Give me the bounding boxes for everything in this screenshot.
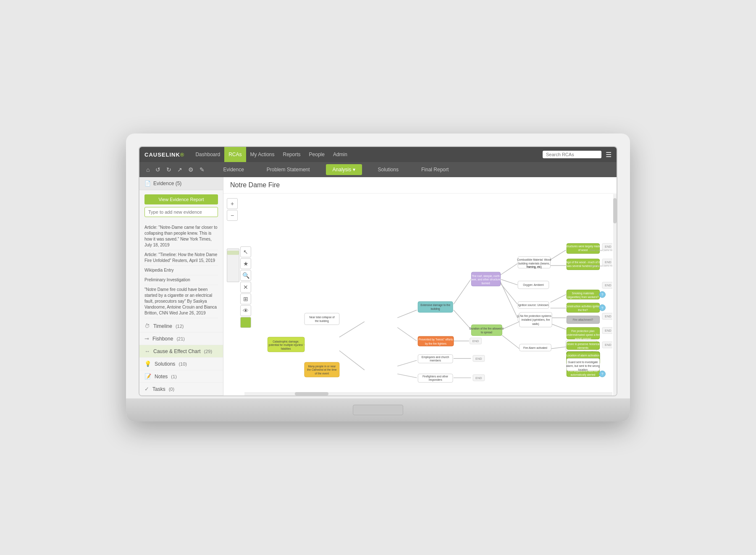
svg-line-2 (339, 351, 365, 370)
evidence-list: Article: "Notre-Dame came far closer to … (139, 221, 223, 320)
svg-line-14 (500, 281, 517, 318)
notes-icon: 📝 (144, 373, 151, 380)
svg-text:the building: the building (315, 319, 329, 323)
nav-my-actions[interactable]: My Actions (246, 147, 279, 162)
zoom-out-button[interactable]: − (227, 210, 238, 221)
zoom-in-button[interactable]: + (227, 198, 238, 209)
svg-text:members: members (430, 359, 441, 362)
settings-icon[interactable]: ⚙ (186, 166, 196, 173)
svg-text:of wood: of wood (578, 249, 588, 251)
svg-text:potential for multiple injurie: potential for multiple injuries/ (269, 343, 303, 347)
svg-text:Ignition source: Unknown: Ignition source: Unknown (518, 304, 549, 307)
svg-line-17 (550, 295, 566, 302)
scrollbar-bottom[interactable] (244, 392, 612, 395)
tab-final-report[interactable]: Final Report (415, 164, 455, 175)
svg-text:Desire to preserve historical: Desire to preserve historical (566, 343, 600, 346)
evidence-item[interactable]: Wikipedia Entry (144, 266, 218, 275)
tab-problem-statement[interactable]: Problem Statement (260, 164, 317, 175)
tab-evidence[interactable]: Evidence (216, 164, 250, 175)
svg-text:would spread: would spread (575, 337, 591, 340)
sidebar-label-timeline: Timeline (153, 323, 172, 329)
svg-text:Fire attachment?: Fire attachment? (573, 318, 593, 321)
svg-text:by the fire fighters: by the fire fighters (425, 342, 446, 346)
edit-icon[interactable]: ✎ (197, 166, 207, 173)
search-input[interactable] (543, 151, 601, 158)
search-area: ☰ (543, 151, 612, 159)
svg-text:alarm, but sent to the wrong: alarm, but sent to the wrong (566, 364, 600, 368)
sidebar-item-cause-effect[interactable]: ↔ Cause & Effect Chart (29) (139, 345, 223, 358)
evidence-item[interactable]: Article: "Notre-Dame came far closer to … (144, 223, 218, 250)
evidence-item[interactable]: Preliminary Investigation (144, 275, 218, 285)
svg-text:(cigarettes) from workers?: (cigarettes) from workers? (567, 296, 599, 299)
nav-reports[interactable]: Reports (279, 147, 305, 162)
svg-line-21 (550, 347, 566, 349)
undo-icon[interactable]: ↺ (153, 166, 163, 173)
svg-text:underestimated speed a fire: underestimated speed a fire (566, 333, 600, 337)
scrollbar-thumb[interactable] (613, 198, 617, 223)
tab-analysis[interactable]: Analysis ▾ (326, 164, 362, 175)
evidence-item[interactable]: "Notre Dame fire could have been started… (144, 285, 218, 318)
svg-text:building: building (430, 307, 440, 311)
svg-line-4 (397, 327, 417, 341)
svg-text:tower, and other structures: tower, and other structures (470, 278, 501, 281)
sidebar-item-timeline[interactable]: ⏱ Timeline (12) (139, 320, 223, 332)
nav-admin[interactable]: Admin (329, 147, 352, 162)
svg-text:No fire protection systems: No fire protection systems (520, 314, 551, 318)
tab-solutions[interactable]: Solutions (371, 164, 405, 175)
svg-text:Extensive damage to the: Extensive damage to the (420, 304, 450, 307)
solutions-icon: 💡 (144, 361, 151, 367)
diagram-canvas: Notre Dame Fire + − ↖ ★ 🔍 ✕ ⊞ 👁 (223, 177, 617, 395)
sidebar-label-notes: Notes (155, 374, 168, 380)
fishbone-badge: (21) (176, 336, 185, 341)
nav-people[interactable]: People (305, 147, 329, 162)
diagram-svg: Catastrophic damage; potential for multi… (244, 194, 612, 391)
evidence-item[interactable]: Article: "Timeline: How the Notre Dame F… (144, 250, 218, 266)
evidence-icon: 📄 (144, 181, 151, 186)
sub-navigation: ⌂ ↺ ↻ ↗ ⚙ ✎ Evidence Problem Statement A… (139, 162, 617, 177)
diagram-container: Catastrophic damage; potential for multi… (244, 194, 612, 391)
home-icon[interactable]: ⌂ (144, 166, 152, 173)
svg-text:installed (sprinklers, fire: installed (sprinklers, fire (522, 318, 550, 322)
hamburger-icon[interactable]: ☰ (606, 151, 612, 159)
fishbone-icon: ⊸ (144, 335, 149, 342)
node-near-total[interactable] (304, 313, 339, 325)
redo-icon[interactable]: ↻ (164, 166, 174, 173)
node-extensive-damage[interactable] (418, 301, 453, 312)
svg-text:Age of the wood - much of it: Age of the wood - much of it (566, 261, 600, 264)
solutions-badge: (10) (178, 361, 187, 367)
svg-text:location: location (578, 368, 588, 371)
svg-text:Many people in or near: Many people in or near (308, 365, 336, 368)
sidebar-label-solutions: Solutions (155, 361, 175, 367)
svg-text:fatalities: fatalities (281, 347, 291, 350)
add-evidence-input[interactable] (144, 207, 218, 217)
svg-text:automatically alerted: automatically alerted (570, 373, 595, 377)
svg-line-8 (502, 322, 519, 329)
svg-text:walls): walls) (532, 322, 539, 326)
svg-text:END: END (605, 343, 612, 347)
svg-line-10 (454, 279, 471, 304)
node-duration[interactable] (471, 325, 502, 336)
svg-text:Near total collapse of: Near total collapse of (309, 316, 335, 319)
svg-text:to spread: to spread (481, 331, 492, 334)
svg-text:END: END (605, 314, 612, 318)
cause-effect-badge: (29) (204, 349, 213, 354)
view-evidence-report-button[interactable]: View Evidence Report (144, 194, 218, 204)
svg-text:of the event: of the event (315, 372, 329, 375)
sidebar-item-tasks[interactable]: ✓ Tasks (0) (139, 383, 223, 395)
svg-text:?: ? (601, 293, 604, 297)
sidebar-item-fishbone[interactable]: ⊸ Fishbone (21) (139, 332, 223, 345)
timeline-badge: (12) (176, 324, 184, 329)
svg-text:?: ? (601, 306, 604, 310)
share-icon[interactable]: ↗ (175, 166, 185, 173)
mini-map (227, 249, 239, 282)
svg-text:framing, etc): framing, etc) (527, 265, 542, 269)
scrollbar-right[interactable] (613, 194, 617, 395)
svg-text:Location of alarm activation: Location of alarm activation (567, 354, 600, 357)
sidebar-item-notes[interactable]: 📝 Notes (1) (139, 370, 223, 383)
scrollbar-bottom-thumb[interactable] (295, 392, 328, 395)
nav-rcas[interactable]: RCAs (224, 147, 246, 162)
svg-line-5 (397, 360, 417, 366)
sidebar-item-solutions[interactable]: 💡 Solutions (10) (139, 358, 223, 370)
svg-text:Employees and church: Employees and church (422, 356, 449, 359)
nav-dashboard[interactable]: Dashboard (191, 147, 224, 162)
